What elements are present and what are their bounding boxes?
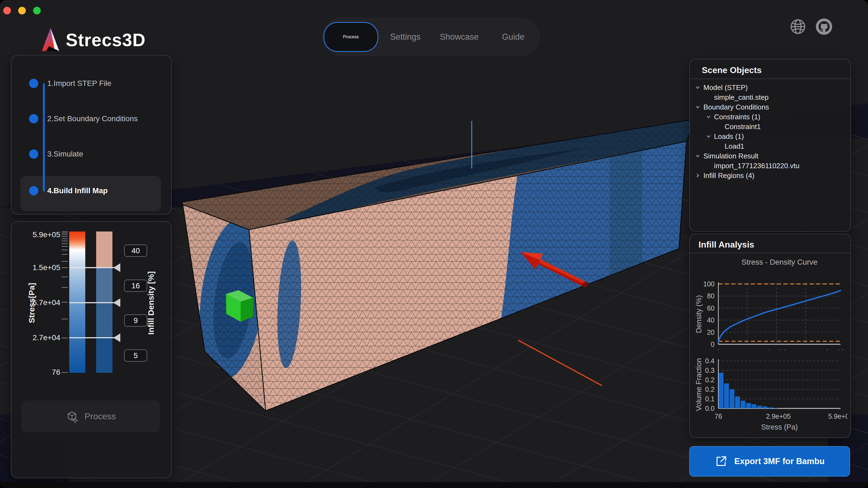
step-dot xyxy=(29,114,38,123)
external-link-icon xyxy=(715,455,727,468)
window-bottom-edge xyxy=(0,482,868,488)
chevron-down-icon[interactable] xyxy=(706,133,712,140)
infill-density-input-2[interactable] xyxy=(124,314,147,327)
brand-logo: Strecs3D xyxy=(41,27,146,53)
tree-item-simulation-result[interactable]: Simulation Result xyxy=(690,151,850,161)
tree-item-import-1771236110220-vtu[interactable]: import_1771236110220.vtu xyxy=(690,161,850,171)
svg-text:20: 20 xyxy=(707,329,715,336)
svg-text:0.2: 0.2 xyxy=(705,386,715,393)
minimize-button[interactable] xyxy=(18,7,26,14)
threshold-line-1 xyxy=(69,267,120,268)
divider xyxy=(690,79,850,79)
step-boundary[interactable]: 2.Set Boundary Conditions xyxy=(11,111,171,127)
model-mesh-3d[interactable] xyxy=(181,119,696,411)
tree-item-label: import_1771236110220.vtu xyxy=(714,162,800,170)
workflow-steps-panel: 1.Import STEP File 2.Set Boundary Condit… xyxy=(11,55,172,215)
chevron-down-icon[interactable] xyxy=(695,153,701,159)
infill-region-segment-2 xyxy=(96,303,113,338)
infill-density-input-3[interactable] xyxy=(124,349,147,362)
tree-item-label: Boundary Conditions xyxy=(704,103,769,112)
scene-objects-title: Scene Objects xyxy=(702,65,762,75)
tree-item-constraints-1[interactable]: Constraints (1) xyxy=(690,112,850,122)
stress-axis-label: Stress[Pa] xyxy=(27,265,36,341)
tree-item-infill-regions-4[interactable]: Infill Regions (4) xyxy=(690,171,850,180)
volume-fraction-histogram: 0.40.30.20.20.10.0762.9e+055.9e+05Stress… xyxy=(694,351,847,437)
svg-text:0.4: 0.4 xyxy=(705,357,715,365)
tree-item-load1[interactable]: Load1 xyxy=(690,141,850,151)
scene-objects-tree: Model (STEP)simple_canti.stepBoundary Co… xyxy=(690,83,850,180)
svg-text:Stress (Pa): Stress (Pa) xyxy=(761,423,798,431)
svg-text:0.2: 0.2 xyxy=(705,376,715,384)
tree-item-label: Load1 xyxy=(724,142,744,151)
step-build-infill[interactable]: 4.Build Infill Map xyxy=(11,183,171,199)
infill-analysis-panel: Infill Analysis Stress - Density Curve02… xyxy=(689,234,851,438)
infill-analysis-title: Infill Analysis xyxy=(699,240,754,250)
tree-item-label: Constraint1 xyxy=(724,123,761,131)
threshold-handle-1[interactable] xyxy=(113,263,120,272)
chevron-down-icon[interactable] xyxy=(695,104,701,110)
threshold-line-2 xyxy=(69,302,120,303)
nav-tab-guide[interactable]: Guide xyxy=(486,32,540,42)
step-import[interactable]: 1.Import STEP File xyxy=(11,75,171,92)
github-icon[interactable] xyxy=(815,18,833,35)
infill-region-segment-1 xyxy=(96,268,113,303)
svg-text:80: 80 xyxy=(707,292,715,300)
svg-text:0.0: 0.0 xyxy=(705,404,715,412)
svg-text:100: 100 xyxy=(703,280,715,288)
svg-text:0: 0 xyxy=(711,340,715,348)
chevron-down-icon[interactable] xyxy=(706,114,712,120)
process-button[interactable]: Process xyxy=(22,400,160,432)
infill-density-input-1[interactable] xyxy=(124,280,147,292)
stress-density-curve-chart: Stress - Density Curve02040608010001e+06… xyxy=(694,256,847,350)
main-nav: Process Settings Showcase Guide xyxy=(322,18,540,56)
tree-item-boundary-conditions[interactable]: Boundary Conditions xyxy=(690,102,850,112)
tree-item-simple-canti-step[interactable]: simple_canti.step xyxy=(690,92,850,102)
svg-text:0.3: 0.3 xyxy=(705,367,715,374)
infill-density-input-0[interactable] xyxy=(124,245,147,257)
stress-density-mapping-panel: 5.9e+05 1.5e+05 6.7e+04 2.7e+04 76 Stres… xyxy=(11,221,172,478)
step-dot xyxy=(29,149,38,159)
threshold-handle-2[interactable] xyxy=(113,298,120,307)
infill-region-segment-0 xyxy=(96,232,113,268)
tree-item-label: Loads (1) xyxy=(714,132,744,141)
tree-item-label: Model (STEP) xyxy=(704,84,748,92)
svg-text:76: 76 xyxy=(715,413,722,420)
tree-item-label: Constraints (1) xyxy=(714,113,761,121)
scene-objects-panel: Scene Objects Model (STEP)simple_canti.s… xyxy=(689,59,851,232)
nav-tab-process[interactable]: Process xyxy=(323,22,378,52)
zoom-button[interactable] xyxy=(33,7,41,14)
svg-text:5.9e+05: 5.9e+05 xyxy=(828,413,847,420)
tree-item-constraint1[interactable]: Constraint1 xyxy=(690,122,850,131)
process-cube-icon xyxy=(65,410,79,423)
tree-item-label: simple_canti.step xyxy=(714,93,769,102)
svg-text:0: 0 xyxy=(716,348,720,350)
stress-label-min: 76 xyxy=(11,368,60,376)
svg-text:2e+06: 2e+06 xyxy=(825,348,844,350)
chevron-down-icon[interactable] xyxy=(695,85,701,90)
stress-label-max: 5.9e+05 xyxy=(11,231,60,239)
tree-item-loads-1[interactable]: Loads (1) xyxy=(690,131,850,141)
tree-item-model-step[interactable]: Model (STEP) xyxy=(690,83,850,92)
close-button[interactable] xyxy=(3,7,11,14)
infill-region-segment-3 xyxy=(96,338,113,373)
globe-icon[interactable] xyxy=(790,19,806,35)
threshold-handle-3[interactable] xyxy=(113,333,120,342)
infill-density-axis-label: Infill Density [%] xyxy=(146,251,156,355)
svg-text:Density (%): Density (%) xyxy=(695,295,703,333)
svg-text:0.1: 0.1 xyxy=(705,395,715,403)
window-controls xyxy=(3,7,41,14)
step-dot xyxy=(29,79,38,88)
svg-text:40: 40 xyxy=(707,316,715,324)
nav-tab-settings[interactable]: Settings xyxy=(378,32,432,42)
app-window: Strecs3D Process Settings Showcase Guide… xyxy=(0,0,868,488)
export-3mf-button[interactable]: Export 3MF for Bambu xyxy=(689,446,850,477)
svg-text:1e+06: 1e+06 xyxy=(767,348,786,350)
step-simulate[interactable]: 3.Simulate xyxy=(11,146,171,162)
chevron-right-icon[interactable] xyxy=(695,173,701,179)
svg-text:Stress - Density Curve: Stress - Density Curve xyxy=(741,258,817,266)
threshold-line-3 xyxy=(69,337,120,338)
nav-tab-showcase[interactable]: Showcase xyxy=(432,32,487,42)
step-dot xyxy=(29,186,38,195)
divider xyxy=(690,253,850,253)
step-connector-line xyxy=(43,84,45,191)
